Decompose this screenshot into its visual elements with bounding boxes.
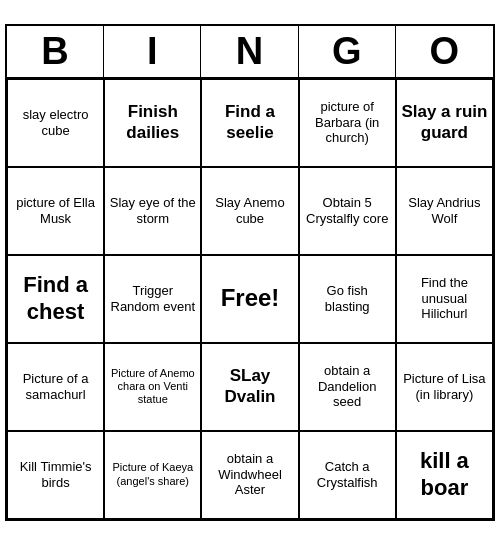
bingo-letter-n: N: [201, 26, 298, 77]
bingo-header: BINGO: [7, 26, 493, 79]
bingo-letter-b: B: [7, 26, 104, 77]
bingo-cell-14: Find the unusual Hilichurl: [396, 255, 493, 343]
bingo-cell-6: Slay eye of the storm: [104, 167, 201, 255]
bingo-cell-17: SLay Dvalin: [201, 343, 298, 431]
bingo-letter-g: G: [299, 26, 396, 77]
bingo-grid: slay electro cubeFinish dailiesFind a se…: [7, 79, 493, 519]
bingo-letter-o: O: [396, 26, 493, 77]
bingo-cell-15: Picture of a samachurl: [7, 343, 104, 431]
bingo-cell-23: Catch a Crystalfish: [299, 431, 396, 519]
bingo-cell-7: Slay Anemo cube: [201, 167, 298, 255]
bingo-cell-1: Finish dailies: [104, 79, 201, 167]
bingo-cell-19: Picture of Lisa (in library): [396, 343, 493, 431]
bingo-cell-21: Picture of Kaeya (angel's share): [104, 431, 201, 519]
bingo-cell-9: Slay Andrius Wolf: [396, 167, 493, 255]
bingo-cell-3: picture of Barbara (in church): [299, 79, 396, 167]
bingo-cell-2: Find a seelie: [201, 79, 298, 167]
bingo-cell-20: Kill Timmie's birds: [7, 431, 104, 519]
bingo-cell-10: Find a chest: [7, 255, 104, 343]
bingo-cell-16: Picture of Anemo chara on Venti statue: [104, 343, 201, 431]
bingo-cell-22: obtain a Windwheel Aster: [201, 431, 298, 519]
bingo-cell-8: Obtain 5 Crystalfly core: [299, 167, 396, 255]
bingo-cell-11: Trigger Random event: [104, 255, 201, 343]
bingo-cell-0: slay electro cube: [7, 79, 104, 167]
bingo-cell-4: Slay a ruin guard: [396, 79, 493, 167]
bingo-cell-5: picture of Ella Musk: [7, 167, 104, 255]
bingo-cell-24: kill a boar: [396, 431, 493, 519]
bingo-cell-12: Free!: [201, 255, 298, 343]
bingo-cell-18: obtain a Dandelion seed: [299, 343, 396, 431]
bingo-card: BINGO slay electro cubeFinish dailiesFin…: [5, 24, 495, 521]
bingo-cell-13: Go fish blasting: [299, 255, 396, 343]
bingo-letter-i: I: [104, 26, 201, 77]
